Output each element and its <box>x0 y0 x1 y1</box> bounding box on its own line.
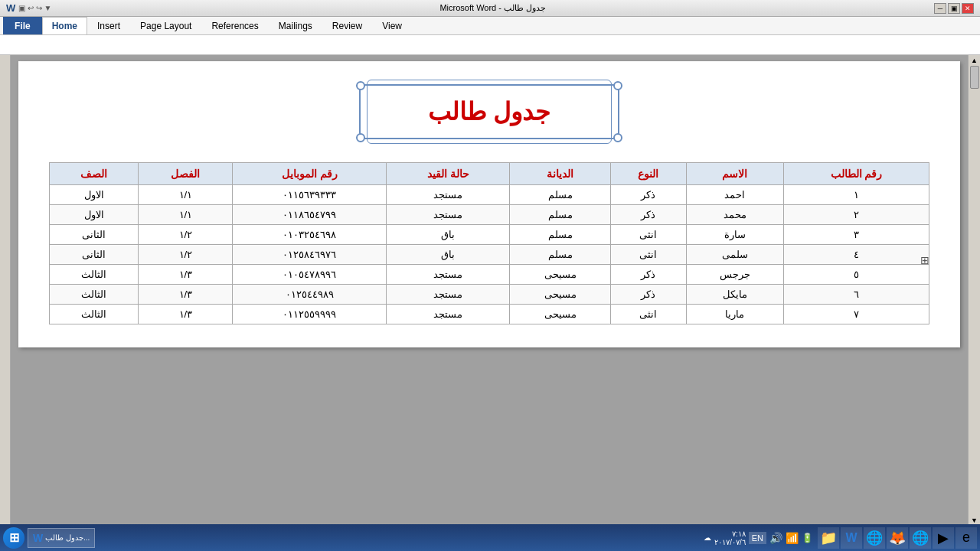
corner-br <box>613 133 622 142</box>
table-cell: انثى <box>611 305 686 324</box>
volume-icon[interactable]: 🔊 <box>769 532 782 544</box>
language-indicator[interactable]: EN <box>749 532 766 544</box>
taskbar-right: ☁ ٧:١٨ ٢٠١٧/٠٧/٦ EN 🔊 📶 🔋 📁 W 🌐 🦊 🌐 ▶ e <box>704 527 977 549</box>
table-cell: مسلم <box>510 225 611 245</box>
table-body: ١احمدذكرمسلممستجد٠١١٥٦٣٩٣٣٣١/١الاول٢محمد… <box>50 185 929 324</box>
table-cell: ٠١٢٥٨٤٦٩٧٦ <box>233 245 387 265</box>
tab-page-layout[interactable]: Page Layout <box>130 17 201 34</box>
table-cell: ٦ <box>784 285 929 305</box>
table-cell: الاول <box>50 205 139 225</box>
table-row: ٣سارةانثىمسلمباق٠١٠٣٢٥٤٦٩٨١/٢الثانى <box>50 225 929 245</box>
word-icon-pinned[interactable]: W <box>841 527 862 549</box>
media-icon[interactable]: ▶ <box>933 527 954 549</box>
network-icon[interactable]: 📶 <box>786 532 799 544</box>
weather-icon: ☁ <box>704 533 711 542</box>
taskbar-left: ⊞ W جدول طالب... <box>3 527 95 549</box>
table-cell: ذكر <box>611 185 686 205</box>
windows-logo: ⊞ <box>9 530 19 545</box>
start-button[interactable]: ⊞ <box>3 527 24 549</box>
scroll-thumb[interactable] <box>970 66 979 89</box>
close-button[interactable]: ✕ <box>962 3 974 14</box>
tab-mailings[interactable]: Mailings <box>269 17 322 34</box>
tab-references[interactable]: References <box>201 17 268 34</box>
table-cell: الاول <box>50 185 139 205</box>
table-cell: محمد <box>686 205 783 225</box>
table-cell: انثى <box>611 245 686 265</box>
table-cell: مستجد <box>387 185 510 205</box>
table-cell: مستجد <box>387 205 510 225</box>
table-cell: سارة <box>686 225 783 245</box>
tab-view[interactable]: View <box>372 17 412 34</box>
table-row: ٦مايكلذكرمسيحىمستجد٠١٢٥٤٤٩٨٩١/٣الثالث <box>50 285 929 305</box>
restore-button[interactable]: ▣ <box>948 3 960 14</box>
document-title: جدول طالب <box>407 97 572 126</box>
corner-tl <box>356 81 365 90</box>
tray-time: ٧:١٨ ٢٠١٧/٠٧/٦ <box>714 530 746 546</box>
table-cell: مستجد <box>387 305 510 324</box>
scroll-down[interactable]: ▼ <box>971 517 978 524</box>
table-cell: مسيحى <box>510 305 611 324</box>
table-cell: انثى <box>611 225 686 245</box>
table-cell: ذكر <box>611 265 686 285</box>
left-margin <box>0 55 11 526</box>
table-cell: ١/٢ <box>139 245 233 265</box>
tab-review[interactable]: Review <box>322 17 372 34</box>
table-cell: ٤ <box>784 245 929 265</box>
word-icon: W <box>6 2 15 14</box>
table-cell: جرجس <box>686 265 783 285</box>
table-row: ٧مارياانثىمسيحىمستجد٠١١٢٥٥٩٩٩٩١/٣الثالث <box>50 305 929 324</box>
table-row: ٥جرجسذكرمسيحىمستجد٠١٠٥٤٧٨٩٩٦١/٣الثالث <box>50 265 929 285</box>
minimize-button[interactable]: ─ <box>934 3 946 14</box>
table-cell: مسيحى <box>510 265 611 285</box>
table-cell: مستجد <box>387 285 510 305</box>
tab-home[interactable]: Home <box>42 17 87 34</box>
ribbon-tabs: File Home Insert Page Layout References … <box>0 17 980 34</box>
tab-insert[interactable]: Insert <box>87 17 130 34</box>
table-cell: ٠١١٥٦٣٩٣٣٣ <box>233 185 387 205</box>
col-header-religion: الديانة <box>510 163 611 185</box>
col-header-class: الفصل <box>139 163 233 185</box>
table-cell: مسيحى <box>510 285 611 305</box>
table-cell: مستجد <box>387 265 510 285</box>
table-cell: ٠١١٨٦٥٤٧٩٩ <box>233 205 387 225</box>
table-cell: ٣ <box>784 225 929 245</box>
word-taskbar-item[interactable]: W جدول طالب... <box>28 528 95 548</box>
table-cell: ٧ <box>784 305 929 324</box>
table-cell: ٠١١٢٥٥٩٩٩٩ <box>233 305 387 324</box>
table-header-row: رقم الطالب الاسم النوع الديانة حالة القي… <box>50 163 929 185</box>
table-cell: ذكر <box>611 285 686 305</box>
col-header-num: رقم الطالب <box>784 163 929 185</box>
explorer-icon[interactable]: 📁 <box>818 527 839 549</box>
window-controls: ─ ▣ ✕ <box>934 3 974 14</box>
table-cell: ١/١ <box>139 185 233 205</box>
taskbar: ⊞ W جدول طالب... ☁ ٧:١٨ ٢٠١٧/٠٧/٦ EN 🔊 📶… <box>0 524 980 551</box>
table-cell: مايكل <box>686 285 783 305</box>
table-cell: ١/١ <box>139 205 233 225</box>
table-cell: الثالث <box>50 265 139 285</box>
firefox-icon[interactable]: 🦊 <box>887 527 908 549</box>
scroll-up[interactable]: ▲ <box>971 57 978 64</box>
table-cell: الثانى <box>50 225 139 245</box>
table-cell: ٢ <box>784 205 929 225</box>
col-header-status: حالة القيد <box>387 163 510 185</box>
battery-icon[interactable]: 🔋 <box>802 533 813 543</box>
ribbon-content <box>0 34 980 54</box>
table-cell: احمد <box>686 185 783 205</box>
tab-file[interactable]: File <box>3 17 42 34</box>
right-scrollbar[interactable]: ▲ ▼ <box>968 55 980 526</box>
table-cell: ١/٣ <box>139 265 233 285</box>
chrome-icon[interactable]: 🌐 <box>910 527 931 549</box>
page-wrapper: جدول طالب ⊞ رقم الطالب الاسم النوع الديا… <box>11 55 968 526</box>
table-cell: ١/٣ <box>139 285 233 305</box>
title-bar-left: W ▣ ↩ ↪ ▼ <box>6 2 52 14</box>
table-cell: ٠١٢٥٤٤٩٨٩ <box>233 285 387 305</box>
table-cell: الثانى <box>50 245 139 265</box>
table-cell: مسلم <box>510 185 611 205</box>
browser1-icon[interactable]: 🌐 <box>864 527 885 549</box>
corner-tr <box>613 81 622 90</box>
quick-access: ▣ ↩ ↪ ▼ <box>18 4 51 12</box>
ribbon: File Home Insert Page Layout References … <box>0 17 980 55</box>
system-tray: ☁ ٧:١٨ ٢٠١٧/٠٧/٦ EN 🔊 📶 🔋 <box>704 530 813 546</box>
ie-icon[interactable]: e <box>956 527 977 549</box>
window-title: جدول طالب - Microsoft Word <box>439 3 546 13</box>
